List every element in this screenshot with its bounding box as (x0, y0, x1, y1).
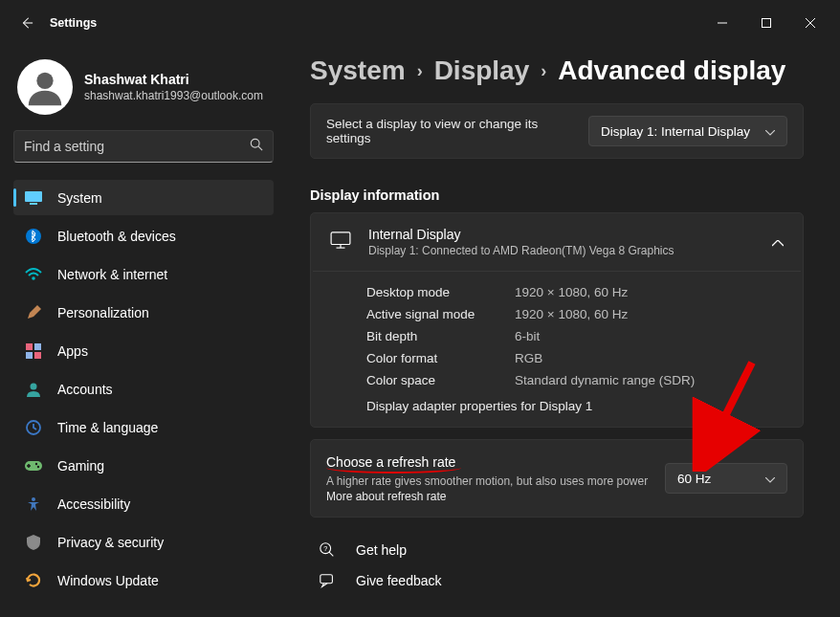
info-value: Standard dynamic range (SDR) (515, 373, 695, 387)
sidebar-item-bluetooth[interactable]: Bluetooth & devices (13, 218, 274, 253)
chevron-up-icon[interactable] (772, 233, 784, 251)
display-info-row: Color spaceStandard dynamic range (SDR) (366, 369, 784, 391)
bluetooth-icon (25, 228, 42, 245)
help-icon: ? (318, 540, 337, 560)
refresh-rate-dropdown[interactable]: 60 Hz (665, 463, 787, 494)
svg-point-4 (36, 73, 53, 89)
personalize-icon (25, 304, 42, 321)
display-selector-value: Display 1: Internal Display (601, 124, 750, 139)
svg-line-6 (258, 146, 262, 150)
close-button[interactable] (788, 8, 832, 38)
refresh-rate-title: Choose a refresh rate (326, 454, 455, 470)
accessibility-icon (25, 496, 42, 513)
sidebar-item-time[interactable]: Time & language (13, 409, 274, 445)
svg-rect-1 (763, 19, 771, 28)
svg-point-15 (31, 383, 37, 389)
sidebar-item-label: Apps (57, 343, 88, 359)
display-info-card: Internal Display Display 1: Connected to… (310, 212, 804, 428)
search-box[interactable] (13, 130, 274, 163)
svg-rect-11 (26, 343, 33, 350)
info-label: Active signal mode (366, 307, 515, 321)
adapter-properties-link[interactable]: Display adapter properties for Display 1 (366, 391, 784, 413)
sidebar-item-label: Windows Update (57, 573, 159, 588)
svg-rect-7 (25, 191, 42, 202)
sidebar-item-label: Accounts (57, 382, 113, 397)
time-icon (25, 419, 42, 436)
info-label: Desktop mode (366, 285, 515, 299)
display-info-row: Desktop mode1920 × 1080, 60 Hz (366, 281, 784, 303)
get-help-label: Get help (356, 542, 407, 558)
sidebar-item-wifi[interactable]: Network & internet (13, 256, 274, 292)
refresh-rate-desc: A higher rate gives smoother motion, but… (326, 474, 650, 488)
monitor-icon (330, 231, 351, 253)
info-label: Color space (366, 373, 515, 387)
minimize-button[interactable] (700, 8, 744, 38)
svg-point-19 (37, 465, 39, 467)
back-button[interactable] (8, 4, 46, 42)
accounts-icon (25, 381, 42, 398)
search-icon (250, 138, 263, 155)
sidebar-item-label: Bluetooth & devices (57, 229, 176, 244)
chevron-down-icon (765, 472, 775, 486)
give-feedback-link[interactable]: Give feedback (310, 565, 804, 596)
display-info-header[interactable]: Internal Display Display 1: Connected to… (311, 213, 803, 271)
chevron-right-icon: › (541, 61, 546, 81)
search-input[interactable] (24, 139, 250, 154)
sidebar-item-update[interactable]: Windows Update (13, 562, 274, 598)
display-info-row: Active signal mode1920 × 1080, 60 Hz (366, 303, 784, 325)
sidebar-item-label: Network & internet (57, 267, 167, 282)
info-value: 1920 × 1080, 60 Hz (515, 307, 628, 321)
system-icon (25, 189, 42, 207)
feedback-icon (318, 571, 337, 590)
refresh-rate-value: 60 Hz (677, 472, 711, 486)
sidebar-item-gaming[interactable]: Gaming (13, 448, 274, 483)
select-display-label: Select a display to view or change its s… (326, 117, 573, 145)
svg-text:?: ? (323, 544, 327, 553)
info-value: 6-bit (515, 329, 540, 343)
apps-icon (25, 342, 42, 360)
refresh-rate-more-link[interactable]: More about refresh rate (326, 490, 650, 503)
svg-rect-8 (30, 203, 37, 205)
select-display-card: Select a display to view or change its s… (310, 103, 804, 159)
display-info-row: Color formatRGB (366, 347, 784, 369)
get-help-link[interactable]: ? Get help (310, 535, 804, 565)
display-info-title: Display information (310, 187, 804, 203)
maximize-button[interactable] (744, 8, 788, 38)
info-value: RGB (515, 351, 542, 365)
svg-point-18 (35, 462, 37, 464)
breadcrumb: System › Display › Advanced display (310, 55, 804, 86)
refresh-rate-card: Choose a refresh rate A higher rate give… (310, 439, 804, 518)
sidebar-item-label: Gaming (57, 458, 104, 474)
breadcrumb-system[interactable]: System (310, 55, 406, 86)
sidebar-item-label: Privacy & security (57, 535, 164, 550)
sidebar-item-label: Time & language (57, 420, 158, 435)
info-value: 1920 × 1080, 60 Hz (515, 285, 628, 299)
breadcrumb-display[interactable]: Display (434, 55, 530, 86)
sidebar-item-personalize[interactable]: Personalization (13, 295, 274, 330)
sidebar-item-privacy[interactable]: Privacy & security (13, 524, 274, 560)
display-info-row: Bit depth6-bit (366, 325, 784, 347)
gaming-icon (25, 457, 42, 474)
user-name: Shashwat Khatri (84, 72, 263, 87)
sidebar-item-label: Accessibility (57, 496, 130, 512)
svg-rect-14 (34, 352, 41, 359)
info-label: Bit depth (366, 329, 515, 343)
sidebar-item-accessibility[interactable]: Accessibility (13, 486, 274, 521)
app-title: Settings (50, 16, 97, 30)
update-icon (25, 572, 42, 589)
svg-rect-26 (321, 575, 333, 584)
sidebar-nav: SystemBluetooth & devicesNetwork & inter… (13, 180, 274, 598)
give-feedback-label: Give feedback (356, 573, 442, 588)
wifi-icon (25, 266, 42, 283)
user-email: shashwat.khatri1993@outlook.com (84, 89, 263, 102)
user-profile[interactable]: Shashwat Khatri shashwat.khatri1993@outl… (17, 59, 274, 115)
display-selector-dropdown[interactable]: Display 1: Internal Display (588, 116, 787, 146)
svg-point-20 (32, 497, 35, 501)
sidebar-item-label: Personalization (57, 305, 149, 320)
chevron-right-icon: › (417, 61, 423, 81)
avatar (17, 59, 73, 115)
sidebar-item-accounts[interactable]: Accounts (13, 371, 274, 407)
annotation-underline (326, 468, 461, 474)
sidebar-item-system[interactable]: System (13, 180, 274, 215)
sidebar-item-apps[interactable]: Apps (13, 333, 274, 368)
